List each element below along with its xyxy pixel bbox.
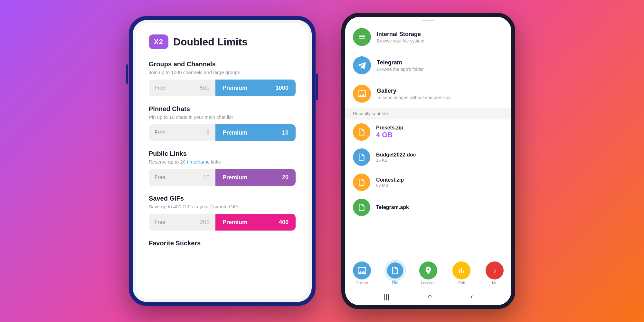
nav-poll-label: Poll [458,281,465,285]
desc-suffix-links: links [210,159,221,165]
premium-label-groups: Premium [223,85,247,91]
free-val-groups: 500 [200,85,210,91]
premium-label-pinned: Premium [223,129,247,136]
premium-label-links: Premium [223,174,247,181]
internal-storage-info: Internal Storage Browse your file system [377,31,504,43]
internal-storage-name: Internal Storage [377,31,504,38]
telegram-icon [353,56,371,74]
gallery-name: Gallery [377,88,504,94]
contest-info: Contest.zip 63 MB [376,177,504,188]
feature-links: Public Links Reserve up to 20 t.me/name … [149,150,296,186]
gallery-icon [353,85,371,103]
nav-poll-icon [452,261,470,279]
premium-val-pinned: 10 [282,129,289,136]
nav-location-label: Location [421,281,435,285]
x2-badge: X2 [149,34,168,49]
comparison-bar-gifs: Free 200 Premium 400 [149,214,296,231]
premium-val-groups: 1000 [276,85,289,91]
telegram-folder-name: Telegram [377,59,504,66]
nav-file[interactable]: File [378,261,412,285]
comparison-bar-pinned: Free 5 Premium 10 [149,124,296,141]
phone-left: X2 Doubled Limits Groups and Channels Jo… [129,16,316,306]
comparison-bar-links: Free 10 Premium 20 [149,169,296,186]
android-home[interactable]: ○ [428,292,432,301]
comparison-bar-groups: Free 500 Premium 1000 [149,80,296,96]
gallery-sub: To send images without compression [377,95,504,100]
feature-pinned: Pinned Chats Pin up to 10 chats in your … [149,105,296,141]
bar-free-links: Free 10 [149,169,215,186]
nav-more-label: Mu [492,281,497,285]
file-list: Internal Storage Browse your file system… [345,23,511,258]
nav-gallery[interactable]: Gallery [345,261,378,285]
feature-title-groups: Groups and Channels [149,61,296,68]
bottom-nav: Gallery File Locat [345,258,511,288]
presets-icon [353,123,370,141]
nav-file-label: File [392,281,398,285]
bar-free-groups: Free 500 [149,80,215,96]
feature-desc-gifs: Save up to 400 GIFs in your Favorite GIF… [149,204,296,209]
telegram-apk-name: Telegram.apk [376,204,504,210]
bar-free-pinned: Free 5 [149,124,215,141]
budget-name: Budget2022.doc [376,152,504,158]
recent-files-divider: Recently sent files [345,108,511,119]
gallery-option[interactable]: Gallery To send images without compressi… [345,80,511,108]
nav-more-icon: ♪ [486,261,504,279]
presets-name: Presets.zip [376,125,504,131]
scroll-bar [422,20,435,21]
page-title: Doubled Limits [173,36,248,48]
nav-gallery-icon [353,261,371,279]
android-back[interactable]: ‹ [470,292,473,301]
phone-left-inner: X2 Doubled Limits Groups and Channels Jo… [133,20,312,302]
telegram-apk-info: Telegram.apk [376,204,504,210]
feature-desc-links: Reserve up to 20 t.me/name links [149,159,296,165]
presets-info: Presets.zip 4 GB [376,125,504,139]
feature-desc-groups: Join up to 1000 channels and large group… [149,70,296,75]
feature-stickers: Favorite Stickers [149,240,296,247]
bar-premium-groups: Premium 1000 [215,80,296,96]
nav-gallery-label: Gallery [356,281,368,285]
premium-label-gifs: Premium [223,219,247,226]
nav-location[interactable]: Location [412,261,445,285]
bar-premium-pinned: Premium 10 [215,124,296,141]
contest-size: 63 MB [376,183,504,188]
phone-right-inner: Internal Storage Browse your file system… [345,17,511,305]
free-label-pinned: Free [155,130,165,136]
feature-title-stickers: Favorite Stickers [149,240,296,247]
internal-storage-option[interactable]: Internal Storage Browse your file system [345,23,511,51]
gallery-info: Gallery To send images without compressi… [377,88,504,100]
nav-file-icon [386,261,404,279]
android-nav: ||| ○ ‹ [345,288,511,305]
telegram-folder-info: Telegram Browse the app's folder [377,59,504,72]
recent-file-presets[interactable]: Presets.zip 4 GB [345,119,511,145]
budget-icon [353,148,370,166]
internal-storage-sub: Browse your file system [377,38,504,43]
recent-file-telegram-apk[interactable]: Telegram.apk [345,195,511,220]
feature-title-pinned: Pinned Chats [149,105,296,113]
nav-poll[interactable]: Poll [445,261,478,285]
internal-storage-icon [353,28,371,46]
budget-size: 15 KB [376,158,504,163]
phones-container: X2 Doubled Limits Groups and Channels Jo… [129,13,515,309]
recent-file-budget[interactable]: Budget2022.doc 15 KB [345,145,511,170]
feature-title-links: Public Links [149,150,296,157]
android-recents[interactable]: ||| [384,292,389,301]
telegram-apk-icon [353,199,370,216]
free-val-gifs: 200 [200,219,210,226]
premium-val-links: 20 [282,174,289,181]
tme-link[interactable]: t.me/name [187,159,210,165]
free-val-pinned: 5 [206,129,210,136]
free-label-groups: Free [155,85,165,91]
scroll-indicator [345,17,511,23]
phone-right: Internal Storage Browse your file system… [341,13,515,309]
recent-file-contest[interactable]: Contest.zip 63 MB [345,170,511,195]
header-row: X2 Doubled Limits [149,34,296,49]
premium-val-gifs: 400 [279,219,289,226]
bar-free-gifs: Free 200 [149,214,215,231]
free-label-links: Free [155,175,165,180]
phone-left-content: X2 Doubled Limits Groups and Channels Jo… [136,23,308,299]
nav-more[interactable]: ♪ Mu [478,261,511,285]
feature-gifs: Saved GIFs Save up to 400 GIFs in your F… [149,195,296,231]
contest-name: Contest.zip [376,177,504,183]
free-val-links: 10 [203,174,210,181]
telegram-option[interactable]: Telegram Browse the app's folder [345,51,511,80]
